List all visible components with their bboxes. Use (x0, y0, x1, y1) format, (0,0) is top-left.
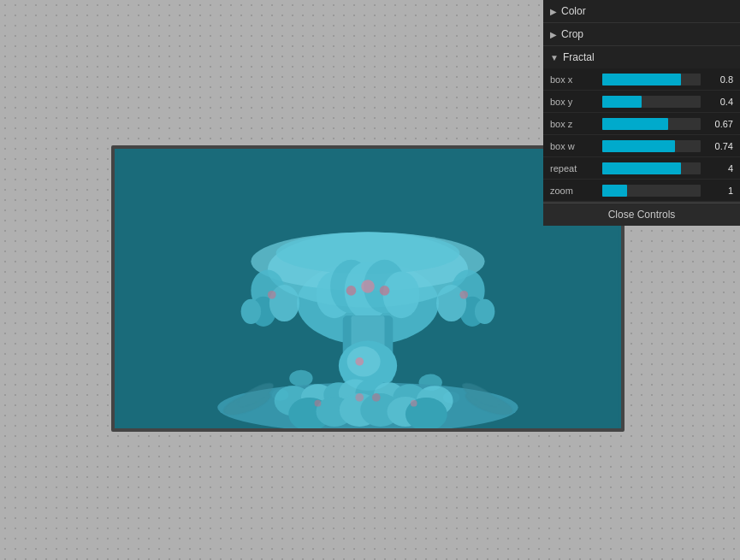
crop-arrow: ▶ (550, 30, 557, 39)
value-box-y: 0.4 (706, 97, 733, 107)
label-zoom: zoom (550, 186, 597, 196)
control-row-box-x[interactable]: box x0.8 (543, 68, 740, 91)
crop-section: ▶ Crop (543, 23, 740, 46)
svg-point-8 (241, 299, 261, 324)
svg-point-16 (436, 285, 466, 321)
crop-section-header[interactable]: ▶ Crop (543, 23, 740, 45)
svg-point-18 (346, 286, 357, 296)
control-row-zoom[interactable]: zoom1 (543, 180, 740, 202)
value-repeat: 4 (706, 163, 733, 174)
slider-fill-zoom (602, 185, 627, 197)
slider-track-box-w[interactable] (602, 140, 701, 152)
slider-fill-box-y (602, 96, 642, 108)
value-box-w: 0.74 (706, 141, 733, 151)
fractal-label: Fractal (563, 51, 595, 63)
svg-point-48 (355, 393, 364, 402)
svg-point-28 (289, 370, 312, 387)
svg-point-47 (315, 400, 322, 407)
value-box-x: 0.8 (706, 74, 733, 85)
control-row-box-y[interactable]: box y0.4 (543, 91, 740, 113)
color-arrow: ▶ (550, 7, 557, 16)
main-area: ▶ Color ▶ Crop ▼ Fractal box x0.8box y0.… (0, 0, 740, 560)
slider-track-box-z[interactable] (602, 118, 701, 130)
slider-fill-box-x (602, 74, 681, 85)
color-section: ▶ Color (543, 0, 740, 23)
controls-panel: ▶ Color ▶ Crop ▼ Fractal box x0.8box y0.… (543, 0, 740, 226)
slider-track-box-y[interactable] (602, 96, 701, 108)
fractal-section: ▼ Fractal box x0.8box y0.4box z0.67box w… (543, 46, 740, 203)
svg-point-49 (372, 393, 381, 402)
label-box-y: box y (550, 97, 597, 107)
close-controls-button[interactable]: Close Controls (543, 203, 740, 226)
slider-track-zoom[interactable] (602, 185, 701, 197)
label-box-x: box x (550, 74, 597, 85)
fractal-arrow: ▼ (550, 53, 559, 62)
value-box-z: 0.67 (706, 119, 733, 129)
crop-label: Crop (561, 28, 583, 40)
svg-point-17 (475, 299, 494, 324)
slider-track-box-x[interactable] (602, 74, 701, 85)
label-box-z: box z (550, 119, 597, 129)
color-label: Color (561, 5, 586, 17)
slider-fill-box-w (602, 140, 675, 152)
svg-point-21 (268, 291, 276, 299)
control-row-repeat[interactable]: repeat4 (543, 157, 740, 180)
svg-point-22 (459, 291, 468, 299)
color-section-header[interactable]: ▶ Color (543, 0, 740, 22)
svg-point-19 (361, 280, 375, 293)
label-box-w: box w (550, 141, 597, 151)
fractal-params: box x0.8box y0.4box z0.67box w0.74repeat… (543, 68, 740, 202)
slider-fill-repeat (602, 162, 681, 174)
control-row-box-z[interactable]: box z0.67 (543, 113, 740, 135)
svg-point-13 (383, 271, 420, 318)
value-zoom: 1 (706, 186, 733, 196)
svg-point-20 (380, 286, 390, 296)
slider-track-repeat[interactable] (602, 162, 701, 174)
slider-fill-box-z (602, 118, 668, 130)
fractal-section-header[interactable]: ▼ Fractal (543, 46, 740, 68)
control-row-box-w[interactable]: box w0.74 (543, 135, 740, 157)
svg-point-50 (411, 400, 417, 407)
svg-point-7 (269, 285, 299, 321)
svg-point-27 (355, 357, 364, 366)
label-repeat: repeat (550, 163, 597, 174)
